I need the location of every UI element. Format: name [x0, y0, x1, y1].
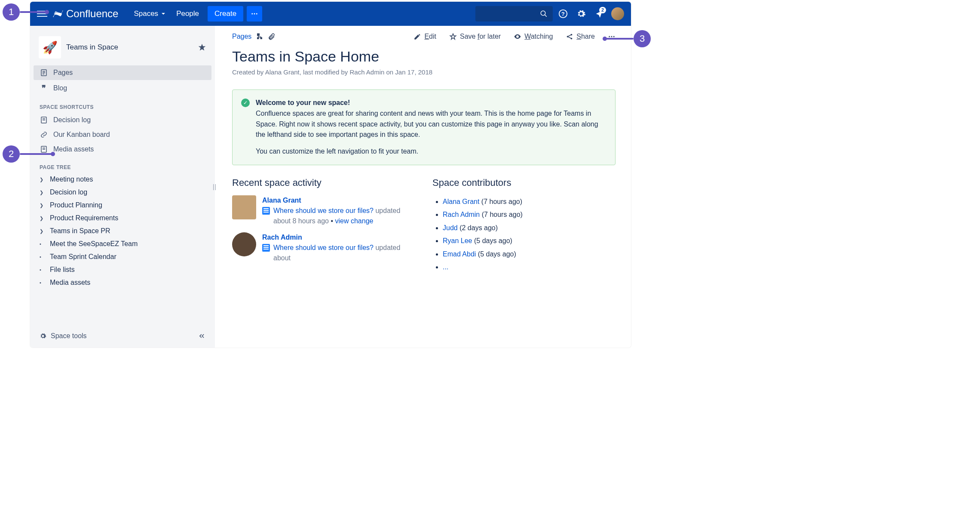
- annotation-callout-1: 1: [3, 3, 46, 21]
- contributor-item: ...: [443, 261, 616, 274]
- contributor-link[interactable]: Alana Grant: [443, 198, 479, 205]
- settings-button[interactable]: [573, 6, 589, 22]
- view-change-link[interactable]: view change: [335, 217, 374, 225]
- confluence-logo[interactable]: Confluence: [52, 8, 118, 20]
- page-tree-item[interactable]: ❯Decision log: [34, 186, 211, 199]
- chevron-down-icon: [161, 11, 166, 16]
- contributor-item: Rach Admin (7 hours ago): [443, 208, 616, 221]
- svg-point-1: [254, 13, 255, 15]
- chevron-right-icon[interactable]: ❯: [40, 228, 46, 234]
- contributor-item: Alana Grant (7 hours ago): [443, 195, 616, 208]
- svg-line-20: [568, 35, 571, 36]
- gear-icon: [576, 9, 586, 18]
- bullet-icon: •: [40, 254, 46, 259]
- page-tree-item[interactable]: •Meet the SeeSpaceEZ Team: [34, 237, 211, 250]
- contributors-column: Space contributors Alana Grant (7 hours …: [432, 177, 616, 274]
- tree-item-label: File lists: [50, 266, 75, 274]
- attachments-button[interactable]: [268, 33, 276, 40]
- attachment-icon: [268, 33, 276, 40]
- contributor-time: (7 hours ago): [481, 198, 522, 205]
- space-title: Teams in Space: [66, 43, 198, 52]
- user-avatar[interactable]: [232, 195, 256, 219]
- page-tree-item[interactable]: ❯Teams in Space PR: [34, 225, 211, 237]
- page-tree-item[interactable]: •Media assets: [34, 276, 211, 289]
- page-tree-item[interactable]: ❯Product Planning: [34, 199, 211, 212]
- create-button[interactable]: Create: [208, 6, 243, 22]
- tree-item-label: Media assets: [50, 279, 90, 287]
- space-header: 🚀 Teams in Space: [34, 33, 211, 65]
- activity-user-link[interactable]: Alana Grant: [262, 195, 415, 206]
- space-tools-button[interactable]: Space tools: [34, 328, 211, 344]
- chevron-right-icon[interactable]: ❯: [40, 216, 46, 221]
- annotation-callout-3: 3: [606, 30, 651, 47]
- contributors-list: Alana Grant (7 hours ago)Rach Admin (7 h…: [432, 195, 616, 274]
- contributor-link[interactable]: Ryan Lee: [443, 237, 472, 244]
- eye-icon: [514, 33, 521, 40]
- chevron-right-icon[interactable]: ❯: [40, 190, 46, 195]
- sidebar-blog[interactable]: ❞ Blog: [34, 80, 211, 96]
- page-tree-item[interactable]: ❯Meeting notes: [34, 173, 211, 186]
- page-icon: [262, 207, 270, 215]
- sidebar-item-label: Pages: [53, 69, 73, 77]
- page-tree-item[interactable]: •Team Sprint Calendar: [34, 250, 211, 263]
- chevron-double-left-icon: [198, 332, 205, 340]
- sidebar-shortcut[interactable]: Decision log: [34, 113, 211, 127]
- activity-page-link[interactable]: Where should we store our files?: [273, 207, 374, 214]
- profile-avatar[interactable]: [611, 7, 624, 20]
- sidebar-resize-handle[interactable]: ||: [213, 183, 217, 190]
- search-input[interactable]: [475, 6, 553, 22]
- page-tree-item[interactable]: •File lists: [34, 263, 211, 276]
- contributor-link[interactable]: Emad Abdi: [443, 250, 476, 258]
- quote-icon: ❞: [40, 83, 48, 93]
- shortcuts-heading: SPACE SHORTCUTS: [34, 96, 211, 113]
- star-icon: [198, 43, 206, 52]
- contributor-link[interactable]: ...: [443, 263, 448, 271]
- tree-item-label: Decision log: [50, 188, 87, 196]
- sidebar-shortcut[interactable]: Our Kanban board: [34, 127, 211, 142]
- svg-line-21: [568, 37, 571, 38]
- save-for-later-button[interactable]: Save for later: [449, 33, 501, 40]
- nav-spaces[interactable]: Spaces: [129, 6, 171, 22]
- contributor-item: Ryan Lee (5 days ago): [443, 234, 616, 247]
- sidebar-item-label: Our Kanban board: [53, 131, 110, 139]
- breadcrumb-pages[interactable]: Pages: [232, 33, 251, 40]
- check-icon: ✓: [241, 99, 250, 107]
- sidebar-pages[interactable]: Pages: [34, 65, 211, 80]
- panel-heading: Welcome to your new space!: [256, 99, 350, 106]
- favorite-star-button[interactable]: [198, 43, 206, 52]
- bullet-icon: •: [40, 241, 46, 247]
- space-logo: 🚀: [39, 36, 61, 59]
- recent-activity-column: Recent space activity Alana GrantWhere s…: [232, 177, 415, 274]
- chevron-right-icon[interactable]: ❯: [40, 177, 46, 182]
- nav-people[interactable]: People: [171, 6, 204, 22]
- pagetree-heading: PAGE TREE: [34, 157, 211, 173]
- help-icon: ?: [558, 9, 568, 18]
- hierarchy-button[interactable]: [256, 33, 263, 40]
- edit-button[interactable]: Edit: [413, 33, 436, 40]
- pencil-icon: [413, 33, 421, 40]
- page-tree-item[interactable]: ❯Product Requirements: [34, 212, 211, 225]
- activity-user-link[interactable]: Rach Admin: [262, 232, 415, 243]
- gear-icon: [40, 333, 46, 339]
- hierarchy-icon: [256, 33, 263, 40]
- watching-button[interactable]: Watching: [514, 33, 553, 40]
- tree-item-label: Product Requirements: [50, 214, 118, 222]
- activity-page-link[interactable]: Where should we store our files?: [273, 244, 374, 251]
- user-avatar[interactable]: [232, 232, 256, 256]
- collapse-sidebar-button[interactable]: [198, 332, 205, 340]
- page-toolbar: Pages Edit Save for later Watc: [232, 33, 616, 40]
- panel-body-2: You can customize the left navigation to…: [256, 146, 606, 157]
- main-layout: 🚀 Teams in Space Pages ❞ Blog SPACE SHOR…: [30, 26, 631, 348]
- share-button[interactable]: Share: [566, 33, 595, 40]
- sidebar-shortcut[interactable]: Media assets: [34, 142, 211, 157]
- columns: Recent space activity Alana GrantWhere s…: [232, 177, 616, 274]
- notifications-button[interactable]: 2: [591, 6, 607, 22]
- contributor-link[interactable]: Rach Admin: [443, 211, 480, 218]
- contributor-time: (5 days ago): [478, 250, 516, 258]
- contributor-time: (5 days ago): [474, 237, 512, 244]
- annotation-callout-2: 2: [3, 145, 52, 163]
- create-more-button[interactable]: [247, 6, 262, 22]
- contributor-link[interactable]: Judd: [443, 224, 458, 231]
- help-button[interactable]: ?: [555, 6, 571, 22]
- chevron-right-icon[interactable]: ❯: [40, 203, 46, 208]
